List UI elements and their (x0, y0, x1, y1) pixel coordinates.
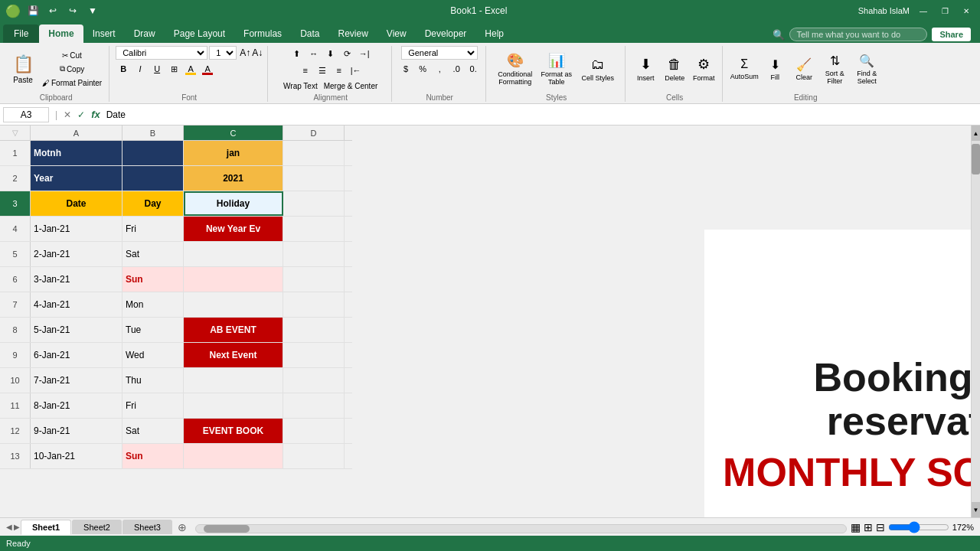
cell-b12[interactable]: Sat (122, 419, 184, 443)
number-format-select[interactable]: General (401, 46, 478, 60)
col-header-b[interactable]: B (122, 126, 184, 140)
currency-button[interactable]: $ (398, 61, 413, 77)
cell-c5[interactable] (184, 242, 283, 266)
merge-center-button[interactable]: Merge & Center (322, 80, 381, 92)
cell-b10[interactable]: Thu (122, 368, 184, 393)
fill-button[interactable]: ⬇ Fill (761, 49, 789, 89)
tab-data[interactable]: Data (291, 24, 328, 43)
cell-d9[interactable] (283, 343, 345, 367)
increase-indent-button[interactable]: →| (357, 46, 372, 61)
tab-home[interactable]: Home (39, 24, 83, 43)
tab-developer[interactable]: Developer (416, 24, 476, 43)
cell-d5[interactable] (283, 242, 345, 266)
select-all-icon[interactable]: ▽ (12, 129, 18, 137)
find-select-button[interactable]: 🔍 Find & Select (851, 49, 882, 89)
cell-b8[interactable]: Tue (122, 318, 184, 342)
page-break-view-button[interactable]: ⊟ (876, 521, 885, 533)
cell-d7[interactable] (283, 292, 345, 317)
percent-button[interactable]: % (415, 61, 430, 77)
cell-a3[interactable]: Date (31, 191, 122, 216)
cell-c7[interactable] (184, 292, 283, 317)
cell-reference-box[interactable] (3, 107, 49, 122)
add-sheet-button[interactable]: ⊕ (173, 520, 191, 535)
sheet-scroll-left[interactable]: ◀ (6, 523, 12, 531)
comma-button[interactable]: , (432, 61, 447, 77)
cell-b4[interactable]: Fri (122, 217, 184, 241)
decrease-indent-button[interactable]: |← (348, 63, 364, 78)
cell-b1[interactable] (122, 141, 184, 165)
orientation-button[interactable]: ⟳ (340, 46, 355, 61)
col-header-d[interactable]: D (283, 126, 345, 140)
increase-font-icon[interactable]: A↑ (240, 47, 250, 58)
clear-button[interactable]: 🧹 Clear (790, 49, 818, 89)
tab-formulas[interactable]: Formulas (234, 24, 291, 43)
tab-help[interactable]: Help (475, 24, 513, 43)
cell-d8[interactable] (283, 318, 345, 342)
border-button[interactable]: ⊞ (166, 61, 181, 77)
font-size-select[interactable]: 11 (209, 46, 237, 60)
cell-a1[interactable]: Motnh (31, 141, 122, 165)
align-right-button[interactable]: ≡ (332, 63, 347, 78)
cell-a8[interactable]: 5-Jan-21 (31, 318, 122, 342)
cell-c11[interactable] (184, 393, 283, 418)
h-scroll-thumb[interactable] (204, 525, 250, 533)
align-middle-button[interactable]: ↔ (306, 46, 322, 61)
cell-c6[interactable] (184, 267, 283, 292)
cell-d4[interactable] (283, 217, 345, 241)
copy-button[interactable]: ⧉ Copy (40, 63, 104, 75)
cell-a2[interactable]: Year (31, 166, 122, 191)
sort-filter-button[interactable]: ⇅ Sort & Filter (819, 49, 850, 89)
cell-c10[interactable] (184, 368, 283, 393)
cell-d6[interactable] (283, 267, 345, 292)
cell-b13[interactable]: Sun (122, 444, 184, 468)
zoom-slider[interactable] (888, 521, 949, 533)
cell-d1[interactable] (283, 141, 345, 165)
fill-color-button[interactable]: A (183, 61, 198, 77)
autosum-button[interactable]: Σ AutoSum (729, 49, 760, 89)
tab-review[interactable]: Review (328, 24, 377, 43)
cut-button[interactable]: ✂ Cut (40, 49, 104, 61)
format-button[interactable]: ⚙ Format (690, 49, 717, 89)
increase-decimal-button[interactable]: .0 (449, 61, 464, 77)
cell-a11[interactable]: 8-Jan-21 (31, 393, 122, 418)
cell-a13[interactable]: 10-Jan-21 (31, 444, 122, 468)
cell-b7[interactable]: Mon (122, 292, 184, 317)
cell-b5[interactable]: Sat (122, 242, 184, 266)
cell-d10[interactable] (283, 368, 345, 393)
cell-b3[interactable]: Day (122, 191, 184, 216)
cell-a4[interactable]: 1-Jan-21 (31, 217, 122, 241)
user-account[interactable]: Shahab IslaM (858, 6, 910, 15)
cell-a5[interactable]: 2-Jan-21 (31, 242, 122, 266)
formula-input[interactable] (103, 108, 977, 122)
tab-insert[interactable]: Insert (83, 24, 125, 43)
bold-button[interactable]: B (116, 61, 131, 77)
cell-b11[interactable]: Fri (122, 393, 184, 418)
cell-d11[interactable] (283, 393, 345, 418)
normal-view-button[interactable]: ▦ (851, 521, 861, 533)
scroll-up-button[interactable]: ▲ (972, 126, 980, 141)
minimize-button[interactable]: — (916, 3, 931, 18)
vertical-scrollbar[interactable]: ▲ ▼ (971, 126, 980, 517)
conditional-formatting-button[interactable]: 🎨 Conditional Formatting (495, 49, 535, 89)
delete-button[interactable]: 🗑 Delete (661, 49, 688, 89)
align-left-button[interactable]: ≡ (298, 63, 313, 78)
scroll-thumb[interactable] (972, 144, 980, 174)
confirm-formula-icon[interactable]: ✓ (77, 109, 85, 120)
tab-file[interactable]: File (3, 24, 39, 43)
cell-b6[interactable]: Sun (122, 267, 184, 292)
col-header-a[interactable]: A (31, 126, 122, 140)
cell-c4[interactable]: New Year Ev (184, 217, 283, 241)
sheet-tab-sheet2[interactable]: Sheet2 (72, 520, 122, 534)
tab-page-layout[interactable]: Page Layout (165, 24, 234, 43)
search-input[interactable] (789, 28, 927, 41)
close-button[interactable]: ✕ (959, 3, 974, 18)
cancel-formula-icon[interactable]: ✕ (64, 109, 71, 120)
undo-icon[interactable]: ↩ (46, 4, 60, 18)
cell-d12[interactable] (283, 419, 345, 443)
font-family-select[interactable]: Calibri (116, 46, 207, 60)
customize-icon[interactable]: ▼ (86, 4, 100, 18)
cell-d13[interactable] (283, 444, 345, 468)
cell-styles-button[interactable]: 🗂 Cell Styles (578, 49, 618, 89)
decrease-decimal-button[interactable]: 0. (466, 61, 481, 77)
insert-button[interactable]: ⬇ Insert (632, 49, 659, 89)
